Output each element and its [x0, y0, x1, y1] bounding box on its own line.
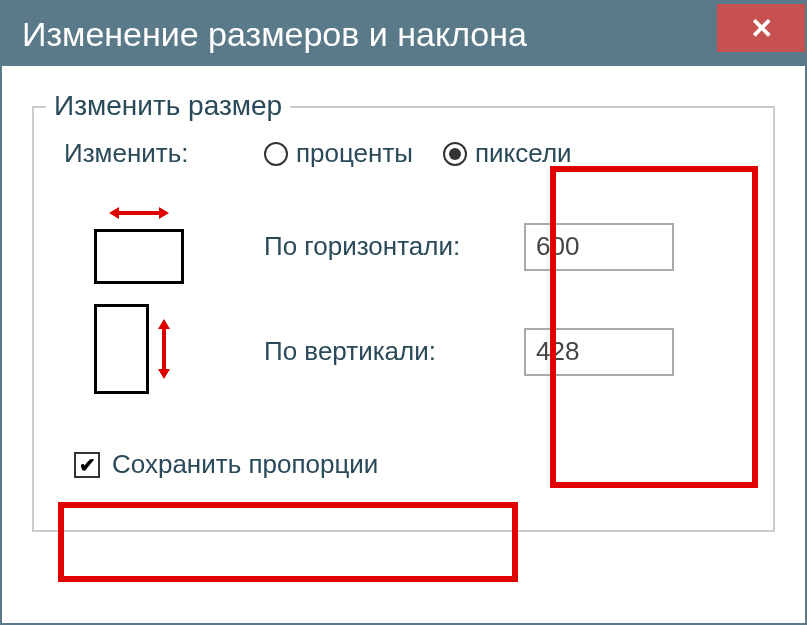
- horizontal-icon: [94, 209, 184, 284]
- radio-icon: [443, 142, 467, 166]
- radio-pixels[interactable]: пиксели: [443, 138, 572, 169]
- keep-aspect-label: Сохранить пропорции: [112, 449, 378, 480]
- titlebar: Изменение размеров и наклона ✕: [2, 2, 805, 66]
- vertical-row: По вертикали:: [64, 304, 743, 399]
- vertical-rect-icon: [94, 304, 149, 394]
- close-button[interactable]: ✕: [717, 4, 805, 52]
- horizontal-arrow-icon: [109, 205, 169, 221]
- units-row: Изменить: проценты пиксели: [64, 138, 743, 169]
- horizontal-row: По горизонтали:: [64, 209, 743, 284]
- horizontal-input[interactable]: [524, 223, 674, 271]
- resize-skew-dialog: Изменение размеров и наклона ✕ Изменить …: [0, 0, 807, 625]
- horizontal-rect-icon: [94, 229, 184, 284]
- keep-aspect-checkbox[interactable]: ✔: [74, 452, 100, 478]
- vertical-icon: [94, 304, 184, 399]
- dialog-content: Изменить размер Изменить: проценты пиксе…: [2, 66, 805, 562]
- radio-percent-label: проценты: [296, 138, 413, 169]
- svg-marker-2: [159, 207, 169, 219]
- resize-legend: Изменить размер: [46, 90, 290, 122]
- vertical-input[interactable]: [524, 328, 674, 376]
- unit-radio-group: проценты пиксели: [264, 138, 572, 169]
- change-label: Изменить:: [64, 138, 264, 169]
- resize-fieldset: Изменить размер Изменить: проценты пиксе…: [32, 106, 775, 532]
- radio-pixels-label: пиксели: [475, 138, 572, 169]
- close-icon: ✕: [750, 12, 773, 45]
- vertical-arrow-icon: [156, 319, 172, 379]
- keep-aspect-row[interactable]: ✔ Сохранить пропорции: [64, 439, 743, 490]
- horizontal-label: По горизонтали:: [264, 231, 524, 262]
- svg-marker-5: [158, 369, 170, 379]
- horizontal-icon-col: [64, 209, 264, 284]
- svg-marker-1: [109, 207, 119, 219]
- radio-icon: [264, 142, 288, 166]
- vertical-icon-col: [64, 304, 264, 399]
- radio-percent[interactable]: проценты: [264, 138, 413, 169]
- svg-marker-4: [158, 319, 170, 329]
- dialog-title: Изменение размеров и наклона: [22, 15, 527, 54]
- vertical-label: По вертикали:: [264, 336, 524, 367]
